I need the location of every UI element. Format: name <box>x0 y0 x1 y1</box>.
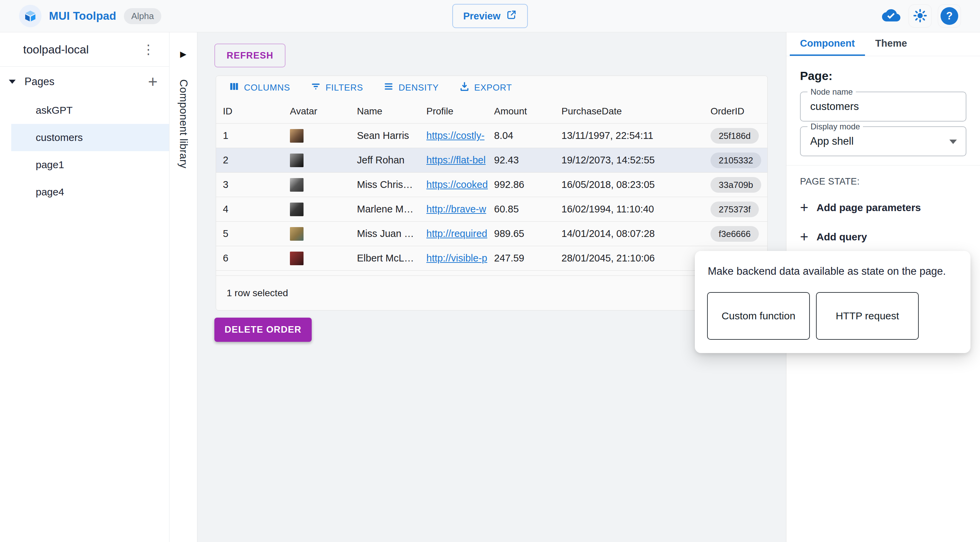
node-name-field[interactable]: Node name customers <box>800 92 966 121</box>
project-row: toolpad-local ⋮ <box>0 32 169 66</box>
cell-profile: https://costly- <box>423 130 491 141</box>
cell-purchasedate: 19/12/2073, 14:52:55 <box>558 155 701 166</box>
density-icon <box>383 81 395 95</box>
profile-link[interactable]: http://visible-p <box>426 253 491 264</box>
plus-icon: + <box>800 231 808 243</box>
cell-id: 5 <box>216 228 286 239</box>
cell-purchasedate: 16/02/1994, 11:10:40 <box>558 204 701 215</box>
order-id-chip: 33a709b <box>711 177 761 193</box>
theme-toggle-button[interactable] <box>908 5 932 27</box>
project-menu-icon[interactable]: ⋮ <box>139 43 158 56</box>
sidebar-item-customers[interactable]: customers <box>11 124 169 151</box>
cell-name: Miss Juan … <box>353 228 423 239</box>
column-header-name[interactable]: Name <box>353 106 423 117</box>
export-button[interactable]: EXPORT <box>455 78 516 97</box>
tab-theme[interactable]: Theme <box>865 32 917 56</box>
grid-footer: 1 row selected <box>216 276 767 310</box>
filter-list-icon <box>310 81 321 95</box>
add-page-parameters-button[interactable]: + Add page parameters <box>800 202 921 214</box>
app-bar-actions: ? <box>882 5 961 27</box>
preview-button[interactable]: Preview <box>452 4 528 28</box>
help-button[interactable]: ? <box>938 5 961 27</box>
add-page-parameters-label: Add page parameters <box>817 202 921 214</box>
cell-id: 6 <box>216 253 286 264</box>
density-button-label: DENSITY <box>398 82 439 93</box>
cell-id: 2 <box>216 155 286 166</box>
app-bar: MUI Toolpad Alpha Preview <box>0 0 980 32</box>
node-name-value[interactable]: customers <box>801 100 859 113</box>
order-id-chip: 275373f <box>711 202 759 217</box>
avatar <box>290 252 304 265</box>
filters-button-label: FILTERS <box>326 82 363 93</box>
pages-tree-label: Pages <box>24 76 148 88</box>
section-divider <box>786 165 980 166</box>
delete-order-button[interactable]: DELETE ORDER <box>215 318 312 342</box>
component-library-strip[interactable]: ▶ Component library <box>169 32 197 542</box>
inspector-content: Page: Node name customers Display mode A… <box>786 69 980 243</box>
order-id-chip: 2105332 <box>711 153 761 168</box>
profile-link[interactable]: https://flat-bel <box>426 155 491 166</box>
sidebar-item-askgpt[interactable]: askGPT <box>0 97 169 124</box>
export-button-label: EXPORT <box>474 82 512 93</box>
app-title: MUI Toolpad <box>49 10 116 22</box>
tab-component[interactable]: Component <box>790 32 865 56</box>
column-header-avatar[interactable]: Avatar <box>286 106 353 117</box>
preview-button-label: Preview <box>463 11 501 22</box>
custom-function-option[interactable]: Custom function <box>707 292 810 340</box>
expand-library-icon[interactable]: ▶ <box>180 49 186 59</box>
table-row[interactable]: 3 Miss Chris… https://cooked 992.86 16/0… <box>216 172 767 197</box>
profile-link[interactable]: http://brave-w <box>426 204 491 215</box>
popup-options: Custom function HTTP request <box>707 292 919 340</box>
cell-purchasedate: 13/11/1997, 22:54:11 <box>558 130 701 141</box>
popup-message: Make backend data available as state on … <box>708 265 959 277</box>
sidebar-item-page4[interactable]: page4 <box>0 179 169 206</box>
display-mode-select[interactable]: Display mode App shell <box>800 126 966 156</box>
column-header-orderid[interactable]: OrderID <box>701 106 768 117</box>
table-row[interactable]: 6 Elbert McL… http://visible-p 247.59 28… <box>216 246 767 271</box>
alpha-badge: Alpha <box>124 8 162 24</box>
avatar <box>290 227 304 241</box>
query-type-popup: Make backend data available as state on … <box>695 251 970 353</box>
cell-amount: 247.59 <box>491 253 558 264</box>
data-grid[interactable]: COLUMNS FILTERS <box>216 76 768 311</box>
table-row-selected[interactable]: 2 Jeff Rohan https://flat-bel 92.43 19/1… <box>216 148 767 172</box>
cell-id: 1 <box>216 130 286 141</box>
cell-name: Elbert McL… <box>353 253 423 264</box>
table-row[interactable]: 4 Marlene M… http://brave-w 60.85 16/02/… <box>216 197 767 222</box>
sun-icon <box>913 8 928 24</box>
refresh-button[interactable]: REFRESH <box>215 43 285 67</box>
cell-name: Jeff Rohan <box>353 155 423 166</box>
table-row[interactable]: 1 Sean Harris https://costly- 8.04 13/11… <box>216 124 767 148</box>
cell-amount: 8.04 <box>491 130 558 141</box>
sidebar-item-page1[interactable]: page1 <box>0 151 169 179</box>
table-row[interactable]: 5 Miss Juan … http://required 989.65 14/… <box>216 222 767 246</box>
column-header-profile[interactable]: Profile <box>423 106 491 117</box>
profile-link[interactable]: http://required <box>426 228 491 239</box>
chevron-down-icon[interactable] <box>9 80 16 84</box>
add-page-icon[interactable]: + <box>148 75 158 88</box>
explorer-sidebar: toolpad-local ⋮ Pages + askGPT customers… <box>0 32 169 542</box>
cell-purchasedate: 28/01/2045, 21:10:06 <box>558 253 701 264</box>
cell-profile: https://flat-bel <box>423 155 491 166</box>
cell-profile: https://cooked <box>423 179 491 190</box>
cell-avatar <box>286 153 353 167</box>
cell-orderid: 25f186d <box>701 128 768 143</box>
http-request-option[interactable]: HTTP request <box>816 292 919 340</box>
column-header-purchasedate[interactable]: PurchaseDate <box>558 106 701 117</box>
column-header-amount[interactable]: Amount <box>491 106 558 117</box>
grid-header-row: ID Avatar Name Profile Amount PurchaseDa… <box>216 99 767 124</box>
columns-button[interactable]: COLUMNS <box>224 78 294 97</box>
column-header-id[interactable]: ID <box>216 106 286 117</box>
profile-link[interactable]: https://costly- <box>426 130 491 141</box>
avatar <box>290 178 304 192</box>
cloud-sync-icon <box>882 6 900 26</box>
add-query-button[interactable]: + Add query <box>800 231 867 243</box>
cell-orderid: 33a709b <box>701 177 768 193</box>
density-button[interactable]: DENSITY <box>379 78 443 97</box>
profile-link[interactable]: https://cooked <box>426 179 491 190</box>
cell-profile: http://required <box>423 228 491 239</box>
filters-button[interactable]: FILTERS <box>306 78 368 97</box>
cell-amount: 92.43 <box>491 155 558 166</box>
cell-orderid: f3e6666 <box>701 226 768 242</box>
columns-icon <box>228 81 240 95</box>
